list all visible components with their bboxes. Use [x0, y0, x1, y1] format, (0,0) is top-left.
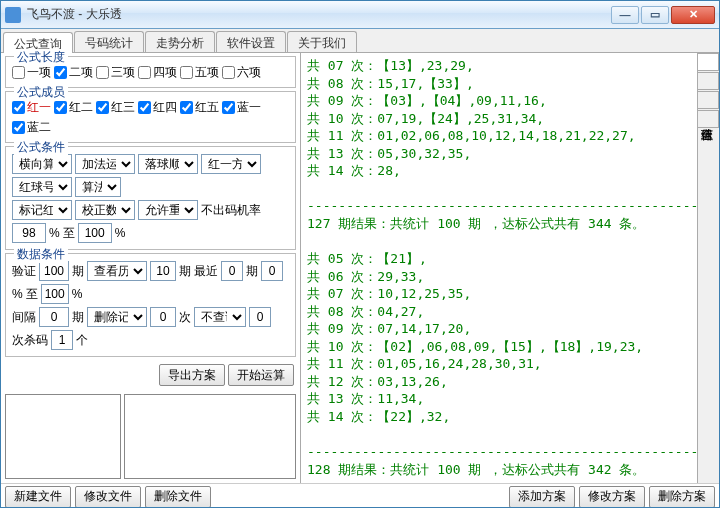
member-opt-4[interactable]: 红五 [180, 99, 219, 116]
edit-plan-button[interactable]: 修改方案 [579, 486, 645, 508]
titlebar: 飞鸟不渡 - 大乐透 — ▭ ✕ [1, 1, 719, 29]
tree-panes [5, 394, 296, 479]
kill-label: 次杀码 [12, 332, 48, 349]
period-label-3: 期 [246, 263, 258, 280]
correct-val-select[interactable]: 校正数值 [75, 200, 135, 220]
delete-plan-button[interactable]: 删除方案 [649, 486, 715, 508]
section-conditions-title: 公式条件 [14, 139, 68, 156]
length-opt-4[interactable]: 五项 [180, 64, 219, 81]
history-periods-input[interactable] [150, 261, 176, 281]
window-title: 飞鸟不渡 - 大乐透 [27, 6, 609, 23]
member-opt-5[interactable]: 蓝一 [222, 99, 261, 116]
minimize-button[interactable]: — [611, 6, 639, 24]
gap-periods-input[interactable] [39, 307, 69, 327]
to-label: 至 [63, 225, 75, 242]
right-tabs: 计算红球红球组合计算蓝球蓝球组合 [697, 53, 719, 483]
kill-count-input[interactable] [51, 330, 73, 350]
member-opt-0[interactable]: 红一 [12, 99, 51, 116]
section-members: 公式成员 红一红二红三红四红五蓝一蓝二 [5, 91, 296, 143]
times-label: 次 [179, 309, 191, 326]
vtab-3[interactable]: 蓝球组合 [698, 110, 719, 128]
length-opt-1[interactable]: 二项 [54, 64, 93, 81]
period-label: 期 [72, 263, 84, 280]
footer: 新建文件 修改文件 删除文件 添加方案 修改方案 删除方案 [1, 483, 719, 508]
tab-4[interactable]: 关于我们 [287, 31, 357, 52]
maximize-button[interactable]: ▭ [641, 6, 669, 24]
pct-from-input[interactable] [261, 261, 283, 281]
new-file-button[interactable]: 新建文件 [5, 486, 71, 508]
app-icon [5, 7, 21, 23]
export-button[interactable]: 导出方案 [159, 364, 225, 386]
algo-letter-select[interactable]: 算法 A [75, 177, 121, 197]
member-opt-1[interactable]: 红二 [54, 99, 93, 116]
length-opt-5[interactable]: 六项 [222, 64, 261, 81]
section-data: 数据条件 验证 期 查看历史 期 最近 期 % 至 % 间隔 期 [5, 253, 296, 357]
vtab-0[interactable]: 计算红球 [698, 53, 719, 71]
period-label-4: 期 [72, 309, 84, 326]
verify-periods-input[interactable] [39, 261, 69, 281]
add-plan-button[interactable]: 添加方案 [509, 486, 575, 508]
vtab-2[interactable]: 计算蓝球 [698, 91, 719, 109]
length-opt-3[interactable]: 四项 [138, 64, 177, 81]
delete-times-input[interactable] [150, 307, 176, 327]
history-select[interactable]: 查看历史 [87, 261, 147, 281]
percent-label-2: % [115, 226, 126, 240]
member-opt-6[interactable]: 蓝二 [12, 119, 51, 136]
count-label: 个 [76, 332, 88, 349]
tab-2[interactable]: 走势分析 [145, 31, 215, 52]
pct-label-2: % [72, 287, 83, 301]
no-query-select[interactable]: 不查询 [194, 307, 246, 327]
edit-file-button[interactable]: 修改文件 [75, 486, 141, 508]
miss-rate-from-input[interactable] [12, 223, 46, 243]
percent-label: % [49, 226, 60, 240]
algo-op-select[interactable]: 加法运算 [75, 154, 135, 174]
period-label-2: 期 [179, 263, 191, 280]
delete-record-select[interactable]: 删除记录 [87, 307, 147, 327]
vtab-1[interactable]: 红球组合 [698, 72, 719, 90]
miss-rate-to-input[interactable] [78, 223, 112, 243]
red-num-select[interactable]: 红球号码 [12, 177, 72, 197]
section-conditions: 公式条件 横向算法 加法运算 落球顺序 红一方向 红球号码 算法 A 标记红球 … [5, 146, 296, 250]
tab-3[interactable]: 软件设置 [216, 31, 286, 52]
run-button[interactable]: 开始运算 [228, 364, 294, 386]
gap-label: 间隔 [12, 309, 36, 326]
length-opt-2[interactable]: 三项 [96, 64, 135, 81]
left-panel: 公式长度 一项二项三项四项五项六项 公式成员 红一红二红三红四红五蓝一蓝二 公式… [1, 53, 301, 483]
algo-dir-select[interactable]: 横向算法 [12, 154, 72, 174]
section-data-title: 数据条件 [14, 246, 68, 263]
pct-to-input[interactable] [41, 284, 69, 304]
member-opt-3[interactable]: 红四 [138, 99, 177, 116]
main-tabs: 公式查询号码统计走势分析软件设置关于我们 [1, 29, 719, 53]
to-label-2: 至 [26, 286, 38, 303]
length-opt-0[interactable]: 一项 [12, 64, 51, 81]
window-buttons: — ▭ ✕ [609, 6, 715, 24]
delete-file-button[interactable]: 删除文件 [145, 486, 211, 508]
member-opt-2[interactable]: 红三 [96, 99, 135, 116]
tree-left[interactable] [5, 394, 121, 479]
recent-periods-input[interactable] [221, 261, 243, 281]
recent-label: 最近 [194, 263, 218, 280]
section-length-title: 公式长度 [14, 49, 68, 66]
mark-red-select[interactable]: 标记红球 [12, 200, 72, 220]
output-pane[interactable]: 共 07 次：【13】,23,29, 共 08 次：15,17,【33】, 共 … [301, 53, 697, 483]
red-dir-select[interactable]: 红一方向 [201, 154, 261, 174]
allow-dup-select[interactable]: 允许重复 [138, 200, 198, 220]
section-members-title: 公式成员 [14, 84, 68, 101]
miss-rate-label: 不出码机率 [201, 202, 261, 219]
tree-right[interactable] [124, 394, 296, 479]
pct-label: % [12, 287, 23, 301]
kill-times-input[interactable] [249, 307, 271, 327]
verify-label: 验证 [12, 263, 36, 280]
tab-1[interactable]: 号码统计 [74, 31, 144, 52]
ball-order-select[interactable]: 落球顺序 [138, 154, 198, 174]
main-area: 公式长度 一项二项三项四项五项六项 公式成员 红一红二红三红四红五蓝一蓝二 公式… [1, 53, 719, 483]
close-button[interactable]: ✕ [671, 6, 715, 24]
